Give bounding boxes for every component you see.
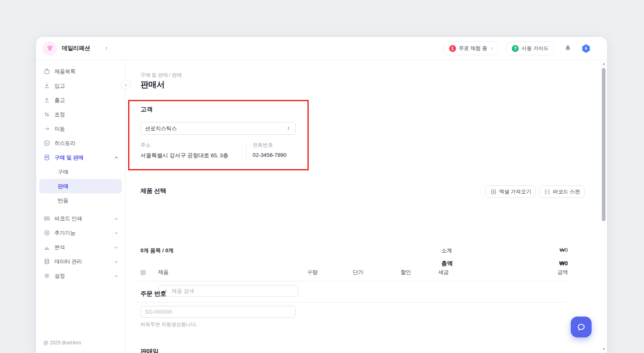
sidebar-item-label: 제품목록	[54, 68, 119, 75]
excel-icon	[490, 189, 497, 195]
chevron-down-icon	[114, 231, 119, 235]
column-product: 제품	[158, 269, 169, 276]
page-title: 판매서	[140, 79, 165, 90]
chevron-down-icon	[114, 216, 119, 221]
customer-phone: 전화번호 02-3456-7890	[253, 142, 287, 158]
bell-icon	[564, 44, 572, 52]
sidebar-collapse-button[interactable]: ‹	[121, 80, 131, 90]
sidebar-item-analytics[interactable]: 분석	[36, 240, 125, 254]
sidebar-item-barcode-print[interactable]: 바코드 인쇄	[36, 211, 125, 226]
plus-circle-icon	[43, 229, 50, 236]
subtotal-label: 소계	[441, 247, 452, 254]
chat-launcher-button[interactable]	[571, 317, 592, 337]
table-actions: 엑셀 가져오기 바코드 스캔	[486, 186, 585, 198]
workspace-caret-icon	[104, 46, 109, 51]
barcode-scan-button[interactable]: 바코드 스캔	[539, 186, 585, 198]
sidebar-item-move[interactable]: 이동	[36, 122, 125, 136]
breadcrumb: 구매 및 판매 / 판매	[140, 72, 182, 79]
topbar: 데일리패션 1 무료 체험 중 › ? 사용 가이드	[36, 37, 607, 60]
phone-label: 전화번호	[253, 142, 287, 149]
total-line: 총액 ₩0	[140, 260, 568, 269]
chevron-up-icon	[114, 155, 119, 160]
sidebar-item-label: 바코드 인쇄	[54, 215, 110, 222]
select-all-checkbox[interactable]	[140, 270, 146, 275]
copyright-text: @ 2025 BoxHero	[43, 340, 81, 346]
sidebar-item-label: 분석	[54, 244, 110, 251]
sidebar-subitem-sales[interactable]: 판매	[39, 179, 122, 193]
sidebar-item-purchase-sales[interactable]: 구매 및 판매	[36, 150, 125, 165]
sidebar-item-label: 이동	[54, 125, 119, 133]
workspace-switcher[interactable]: 데일리패션	[43, 41, 109, 56]
guide-label: 사용 가이드	[522, 45, 549, 52]
main-content: 구매 및 판매 / 판매 판매서 고객 션로지스틱스 주소 서울특별시 강서구 …	[126, 60, 607, 353]
product-search-placeholder: 제품 검색	[172, 287, 194, 295]
chevron-down-icon	[114, 245, 119, 250]
user-guide-button[interactable]: ? 사용 가이드	[506, 41, 555, 55]
excel-import-button[interactable]: 엑셀 가져오기	[486, 186, 536, 198]
sidebar-item-products[interactable]: 제품목록	[36, 64, 125, 79]
subtotal-value: ₩0	[560, 247, 568, 253]
sidebar-item-adjust[interactable]: 조정	[36, 107, 125, 122]
sidebar-item-label: 입고	[54, 82, 119, 90]
column-divider	[246, 143, 246, 161]
sidebar-item-label: 조정	[54, 111, 119, 118]
gear-icon	[43, 272, 50, 279]
scrollbar-thumb[interactable]	[602, 68, 606, 221]
sidebar-item-label: 추가기능	[54, 229, 110, 237]
scan-icon	[544, 189, 550, 195]
hexagon-bolt-icon	[581, 43, 591, 54]
address-value: 서울특별시 강서구 공항대로 65, 3층	[140, 152, 228, 159]
column-qty: 수량	[307, 269, 318, 276]
boxhero-app-button[interactable]	[581, 43, 591, 54]
items-count: 0개 품목 / 0개	[140, 247, 174, 254]
sidebar-item-addons[interactable]: 추가기능	[36, 226, 125, 240]
select-updown-icon	[286, 126, 291, 131]
total-label: 총액	[441, 260, 453, 267]
sidebar-item-label: 구매 및 판매	[54, 154, 110, 161]
order-number-input[interactable]	[140, 306, 296, 318]
free-trial-button[interactable]: 1 무료 체험 중 ›	[443, 41, 499, 55]
bar-chart-icon	[43, 244, 50, 251]
sidebar-item-stock-in[interactable]: 입고	[36, 79, 125, 93]
column-discount: 할인	[400, 269, 411, 276]
workspace-logo-icon	[43, 41, 57, 56]
sidebar-gap	[36, 208, 125, 211]
sidebar-item-settings[interactable]: 설정	[36, 269, 125, 283]
sidebar-item-data-management[interactable]: 데이터 관리	[36, 254, 125, 269]
scrollbar-down-arrow-icon[interactable]: ▼	[601, 347, 607, 351]
sidebar-item-label: 히스토리	[54, 140, 119, 147]
sidebar-subitem-purchase[interactable]: 구매	[39, 165, 122, 179]
order-number-heading: 주문 번호	[140, 290, 166, 298]
scrollbar-up-arrow-icon[interactable]: ▲	[601, 62, 607, 66]
topbar-actions: 1 무료 체험 중 › ? 사용 가이드	[443, 41, 591, 55]
product-search-input[interactable]: 제품 검색	[158, 285, 298, 297]
column-tax: 세금	[438, 269, 449, 276]
excel-import-label: 엑셀 가져오기	[499, 188, 531, 195]
scrollbar[interactable]: ▲ ▼	[601, 60, 607, 353]
order-helper-text: 비워두면 자동생성됩니다.	[140, 321, 197, 328]
document-icon	[43, 154, 50, 161]
column-amount: 금액	[557, 269, 568, 276]
arrow-right-dotted-icon	[43, 125, 50, 132]
sidebar-item-stock-out[interactable]: 출고	[36, 93, 125, 107]
bag-icon	[43, 68, 50, 75]
sidebar-item-label: 출고	[54, 97, 119, 104]
customer-select[interactable]: 션로지스틱스	[140, 122, 296, 135]
notifications-button[interactable]	[564, 44, 572, 52]
sidebar: 제품목록 입고 출고 조정 이동 히스토리 구매 및 판매 구매	[36, 60, 126, 353]
customer-heading: 고객	[140, 106, 153, 113]
upload-icon	[43, 97, 50, 104]
sidebar-item-label: 설정	[54, 272, 110, 280]
download-icon	[43, 82, 50, 89]
sidebar-item-history[interactable]: 히스토리	[36, 136, 125, 150]
sidebar-subitem-label: 구매	[58, 168, 68, 176]
customer-select-value: 션로지스틱스	[145, 125, 286, 132]
customer-address: 주소 서울특별시 강서구 공항대로 65, 3층	[140, 142, 228, 159]
product-search-row: 제품 검색	[136, 281, 568, 303]
address-label: 주소	[140, 142, 228, 149]
chevron-right-icon: ›	[491, 45, 493, 51]
app-window: 데일리패션 1 무료 체험 중 › ? 사용 가이드	[36, 37, 607, 353]
sidebar-subitem-returns[interactable]: 반품	[39, 193, 122, 208]
summary-line: 0개 품목 / 0개 소계 ₩0	[140, 247, 568, 255]
annotation-box	[128, 100, 309, 170]
